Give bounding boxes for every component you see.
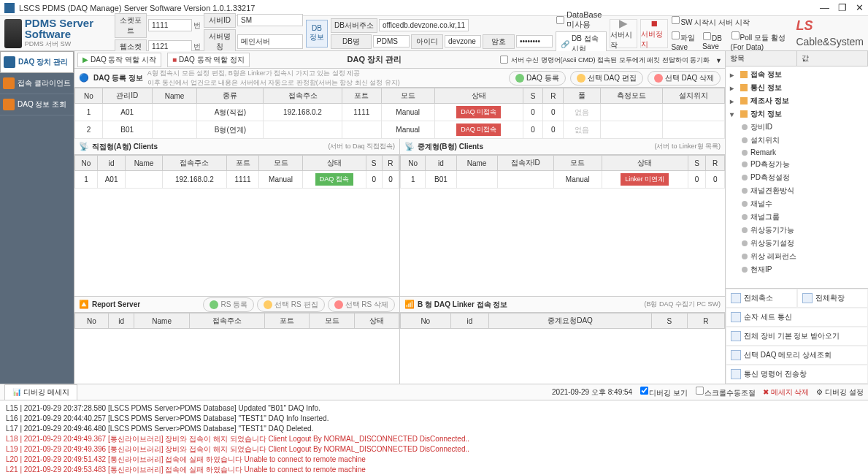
file-save-check[interactable]: 파일 Save bbox=[671, 31, 701, 51]
col-header[interactable]: 모드 bbox=[553, 156, 602, 171]
manual-scroll-check[interactable]: 스크롤수동조절 bbox=[695, 386, 756, 398]
server-stop-button[interactable]: 서버정지 bbox=[640, 19, 668, 48]
col-header[interactable]: R bbox=[382, 156, 399, 171]
col-header[interactable]: S bbox=[651, 314, 687, 329]
col-header[interactable]: id bbox=[426, 156, 456, 171]
prop-item[interactable]: PD측정가능 bbox=[727, 158, 867, 171]
db-name-value[interactable]: PDMS bbox=[373, 35, 410, 48]
minimize-button[interactable]: — bbox=[820, 2, 829, 13]
prop-item[interactable]: 설치위치 bbox=[727, 134, 867, 147]
collapse-all-button[interactable]: 전체축소 bbox=[726, 289, 797, 308]
col-header[interactable]: No bbox=[75, 88, 103, 104]
col-header[interactable]: 상태 bbox=[602, 156, 688, 171]
col-header[interactable]: No bbox=[75, 314, 109, 329]
prop-item[interactable]: 위상동기설정 bbox=[727, 237, 867, 250]
prop-item[interactable]: 현재IP bbox=[727, 263, 867, 276]
clients-b-table[interactable]: NoidName접속자ID모드상태SR1B01ManualLinker 미연계0… bbox=[400, 155, 725, 189]
prop-item[interactable]: 채널견환방식 bbox=[727, 184, 867, 197]
col-header[interactable]: 폴 bbox=[564, 88, 600, 104]
server-id-value[interactable]: SM bbox=[237, 14, 303, 26]
col-header[interactable]: 상태 bbox=[434, 88, 523, 104]
prop-item[interactable]: 위상동기가능 bbox=[727, 224, 867, 237]
sidebar-item-1[interactable]: 접속 클라이언트 bbox=[0, 73, 74, 94]
properties-tree[interactable]: ▸접속 정보▸통신 정보▸제조사 정보▾장치 정보장비ID설치위치RemarkP… bbox=[726, 66, 868, 288]
db-save-check[interactable]: DB Save bbox=[702, 31, 729, 50]
col-header[interactable]: 관리ID bbox=[102, 88, 152, 104]
login-id-value[interactable]: devzone bbox=[445, 35, 481, 48]
col-header[interactable]: R bbox=[687, 314, 724, 329]
col-header[interactable]: Name bbox=[456, 156, 497, 171]
col-header[interactable]: 종류 bbox=[197, 88, 264, 104]
poll-active-check[interactable]: Poll 모듈 활성 (For Data) bbox=[731, 31, 794, 51]
maximize-button[interactable]: ❐ bbox=[838, 2, 847, 13]
col-header[interactable]: Name bbox=[134, 314, 189, 329]
db-info-button[interactable]: DB 정보 bbox=[306, 20, 328, 48]
server-name-value[interactable]: 메인서버 bbox=[237, 34, 303, 49]
debug-tab[interactable]: 📊 디버깅 메세지 bbox=[4, 384, 77, 400]
sw-start-check[interactable]: SW 시작시 서버 시작 bbox=[671, 15, 793, 28]
col-header[interactable]: S bbox=[366, 156, 382, 171]
col-header[interactable]: Name bbox=[152, 88, 197, 104]
col-header[interactable]: No bbox=[401, 314, 451, 329]
col-header[interactable]: 상태 bbox=[302, 156, 366, 171]
col-header[interactable]: id bbox=[450, 314, 489, 329]
sel-memory-button[interactable]: 선택 DAQ 메모리 상세조회 bbox=[726, 346, 868, 365]
prop-item[interactable]: PD측정설정 bbox=[727, 171, 867, 184]
refresh-icon[interactable] bbox=[715, 56, 722, 64]
clients-a-table[interactable]: NoidName접속주소포트모드상태SR1A01192.168.0.21111M… bbox=[74, 155, 399, 189]
db-unused-check[interactable]: DataBase 미사용 bbox=[556, 10, 607, 30]
debug-delete-button[interactable]: ✖ 메세지 삭제 bbox=[763, 387, 810, 398]
col-header[interactable]: 모드 bbox=[310, 314, 354, 329]
prop-item[interactable]: 장비ID bbox=[727, 121, 867, 134]
col-header[interactable]: 설치위치 bbox=[662, 88, 724, 104]
db-server-addr-value[interactable]: officedb.devzone.co.kr,11 bbox=[379, 19, 469, 31]
prop-item[interactable]: 채널수 bbox=[727, 197, 867, 210]
daq-action-stop-button[interactable]: DAQ 동작 역할 정지 bbox=[167, 53, 250, 67]
expand-all-button[interactable]: 전체확장 bbox=[797, 289, 869, 308]
col-header[interactable]: R bbox=[706, 156, 725, 171]
prop-category[interactable]: ▸통신 정보 bbox=[727, 81, 867, 94]
rs-add-button[interactable]: RS 등록 bbox=[203, 297, 254, 312]
col-header[interactable]: S bbox=[688, 156, 706, 171]
debug-messages[interactable]: L15 | 2021-09-29 20:37:28.580 [LSCS PDMS… bbox=[0, 400, 868, 475]
prop-item[interactable]: 채널그룹 bbox=[727, 210, 867, 224]
sidebar-item-0[interactable]: DAQ 장치 관리 bbox=[0, 51, 74, 73]
prop-category[interactable]: ▸접속 정보 bbox=[727, 68, 867, 81]
daq-add-button[interactable]: DAQ 등록 bbox=[509, 71, 565, 86]
cmd-send-button[interactable]: 통신 명령어 전송창 bbox=[726, 365, 868, 384]
table-row[interactable]: 1B01ManualLinker 미연계00 bbox=[401, 171, 725, 189]
table-row[interactable]: 1A01192.168.0.21111ManualDAQ 접속00 bbox=[75, 171, 399, 189]
rs-edit-button[interactable]: 선택 RS 편집 bbox=[257, 297, 324, 312]
col-header[interactable]: 모드 bbox=[381, 88, 434, 104]
col-header[interactable]: 접속자ID bbox=[497, 156, 553, 171]
daq-linker-table[interactable]: Noid중계요청DAQSR bbox=[400, 313, 725, 329]
seq-set-button[interactable]: 순자 세트 통신 bbox=[726, 308, 868, 327]
daq-edit-button[interactable]: 선택 DAQ 편집 bbox=[570, 71, 643, 86]
debug-view-check[interactable]: 디버깅 보기 bbox=[640, 386, 688, 398]
col-header[interactable]: 포트 bbox=[342, 88, 381, 104]
col-header[interactable]: 포트 bbox=[226, 156, 258, 171]
col-header[interactable]: Name bbox=[126, 156, 163, 171]
col-header[interactable]: S bbox=[523, 88, 543, 104]
sidebar-item-2[interactable]: DAQ 정보 조회 bbox=[0, 94, 74, 115]
col-header[interactable]: id bbox=[98, 156, 126, 171]
server-start-button[interactable]: 서버시작 bbox=[610, 19, 637, 48]
col-header[interactable]: No bbox=[75, 156, 98, 171]
col-header[interactable]: No bbox=[401, 156, 426, 171]
close-button[interactable]: ✕ bbox=[856, 2, 864, 13]
col-header[interactable]: 측정모드 bbox=[600, 88, 662, 104]
col-header[interactable]: 접속주소 bbox=[264, 88, 342, 104]
prop-item[interactable]: Remark bbox=[727, 147, 867, 158]
col-header[interactable]: id bbox=[109, 314, 134, 329]
col-header[interactable]: 상태 bbox=[354, 314, 399, 329]
table-row[interactable]: 2B01B형(연계)ManualDAQ 미접속00없음 bbox=[75, 121, 725, 139]
daq-delete-button[interactable]: 선택 DAQ 삭제 bbox=[648, 71, 721, 86]
col-header[interactable]: 접속주소 bbox=[189, 314, 264, 329]
password-value[interactable]: •••••••• bbox=[516, 35, 553, 48]
col-header[interactable]: 중계요청DAQ bbox=[489, 314, 651, 329]
rs-delete-button[interactable]: 선택 RS 삭제 bbox=[328, 297, 395, 312]
col-header[interactable]: R bbox=[543, 88, 564, 104]
table-row[interactable]: 1A01A형(직접)192.168.0.21111ManualDAQ 미접속00… bbox=[75, 104, 725, 121]
col-header[interactable]: 포트 bbox=[265, 314, 310, 329]
all-base-info-button[interactable]: 전체 장비 기본 정보 받아오기 bbox=[726, 327, 868, 346]
